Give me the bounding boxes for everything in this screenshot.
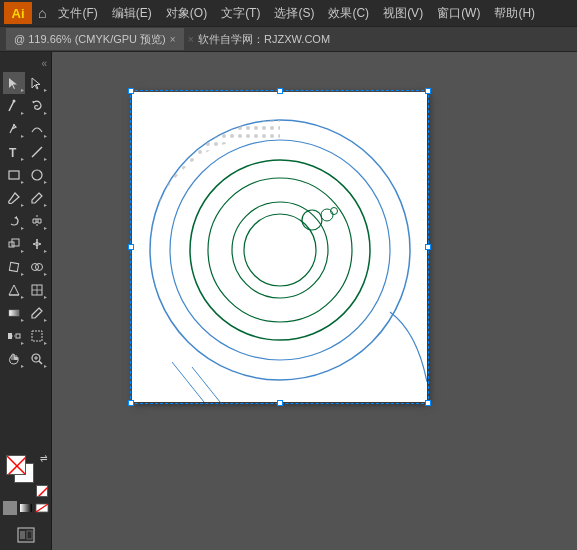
svg-rect-5 xyxy=(9,171,19,179)
main-area: « ▸ ▸ ▸ ▸ xyxy=(0,52,577,550)
magic-wand-tool[interactable]: ▸ xyxy=(3,95,25,117)
tab-url: 软件自学网：RJZXW.COM xyxy=(198,32,330,47)
svg-line-0 xyxy=(9,101,14,111)
type-tool[interactable]: T ▸ xyxy=(3,141,25,163)
toolbar-collapse[interactable]: « xyxy=(0,56,51,71)
tool-arrow: ▸ xyxy=(44,155,47,162)
menu-object[interactable]: 对象(O) xyxy=(160,3,213,24)
tool-row-perspective: ▸ ▸ xyxy=(0,279,51,301)
svg-rect-20 xyxy=(16,334,20,338)
tool-arrow: ▸ xyxy=(44,270,47,277)
pen-tool[interactable]: ▸ xyxy=(3,118,25,140)
no-color-button[interactable] xyxy=(35,501,49,515)
tab-title: @ 119.66% (CMYK/GPU 预览) xyxy=(14,32,166,47)
tool-arrow: ▸ xyxy=(44,339,47,346)
menu-window[interactable]: 窗口(W) xyxy=(431,3,486,24)
tool-row-freetransform: ▸ ▸ xyxy=(0,256,51,278)
tool-arrow: ▸ xyxy=(44,224,47,231)
svg-rect-19 xyxy=(8,333,12,339)
collapse-icon[interactable]: « xyxy=(41,58,47,69)
svg-line-45 xyxy=(172,362,212,402)
select-tool[interactable]: ▸ xyxy=(3,72,25,94)
tool-arrow: ▸ xyxy=(21,339,24,346)
brush-tool[interactable]: ▸ xyxy=(3,187,25,209)
tool-row-transform: ▸ ▸ xyxy=(0,210,51,232)
active-tab[interactable]: @ 119.66% (CMYK/GPU 预览) × xyxy=(6,28,184,50)
color-section: ⇌ xyxy=(0,449,51,519)
blend-tool[interactable]: ▸ xyxy=(3,325,25,347)
tool-arrow: ▸ xyxy=(21,201,24,208)
menu-select[interactable]: 选择(S) xyxy=(268,3,320,24)
tool-arrow: ▸ xyxy=(44,86,47,93)
rect-tool[interactable]: ▸ xyxy=(3,164,25,186)
lasso-tool[interactable]: ▸ xyxy=(26,95,48,117)
menu-edit[interactable]: 编辑(E) xyxy=(106,3,158,24)
color-modes-row xyxy=(3,501,49,515)
color-swatches-area: ⇌ xyxy=(4,453,48,497)
fill-swatch[interactable] xyxy=(6,455,26,475)
tab-separator: × xyxy=(188,33,194,45)
tool-row-blend: ▸ ▸ xyxy=(0,325,51,347)
svg-rect-29 xyxy=(20,504,32,512)
menu-help[interactable]: 帮助(H) xyxy=(488,3,541,24)
tab-close-button[interactable]: × xyxy=(170,34,176,45)
tool-row-gradient: ▸ ▸ xyxy=(0,302,51,324)
svg-point-41 xyxy=(244,214,316,286)
svg-rect-18 xyxy=(9,310,19,316)
svg-point-6 xyxy=(32,170,42,180)
zoom-tool[interactable]: ▸ xyxy=(26,348,48,370)
menu-file[interactable]: 文件(F) xyxy=(52,3,103,24)
tool-arrow: ▸ xyxy=(21,270,24,277)
tool-arrow: ▸ xyxy=(21,86,24,93)
curvature-tool[interactable]: ▸ xyxy=(26,118,48,140)
tool-arrow: ▸ xyxy=(44,178,47,185)
gradient-tool[interactable]: ▸ xyxy=(3,302,25,324)
line-tool[interactable]: ▸ xyxy=(26,141,48,163)
tool-arrow: ▸ xyxy=(21,224,24,231)
canvas-area[interactable] xyxy=(52,52,577,550)
scale-tool[interactable]: ▸ xyxy=(3,233,25,255)
rotate-tool[interactable]: ▸ xyxy=(3,210,25,232)
menu-view[interactable]: 视图(V) xyxy=(377,3,429,24)
svg-rect-33 xyxy=(20,531,25,539)
free-transform-tool[interactable]: ▸ xyxy=(3,256,25,278)
tab-bar: @ 119.66% (CMYK/GPU 预览) × × 软件自学网：RJZXW.… xyxy=(0,26,577,52)
svg-point-42 xyxy=(302,210,322,230)
tool-arrow: ▸ xyxy=(21,316,24,323)
home-icon[interactable]: ⌂ xyxy=(38,5,46,21)
svg-line-23 xyxy=(39,361,42,364)
tool-arrow: ▸ xyxy=(44,201,47,208)
swap-colors-button[interactable]: ⇌ xyxy=(40,453,48,463)
tool-arrow: ▸ xyxy=(44,247,47,254)
tool-arrow: ▸ xyxy=(44,293,47,300)
svg-rect-34 xyxy=(27,531,32,539)
change-screen-mode-button[interactable] xyxy=(15,524,37,546)
pencil-tool[interactable]: ▸ xyxy=(26,187,48,209)
svg-rect-11 xyxy=(9,262,18,271)
left-toolbar: « ▸ ▸ ▸ ▸ xyxy=(0,52,52,550)
solid-color-button[interactable] xyxy=(3,501,17,515)
menu-type[interactable]: 文字(T) xyxy=(215,3,266,24)
none-color-button[interactable] xyxy=(36,485,48,497)
svg-line-46 xyxy=(192,367,232,402)
eyedropper-tool[interactable]: ▸ xyxy=(26,302,48,324)
reflect-tool[interactable]: ▸ xyxy=(26,210,48,232)
tool-arrow: ▸ xyxy=(21,362,24,369)
artboard-tool[interactable]: ▸ xyxy=(26,325,48,347)
tool-row-wand: ▸ ▸ xyxy=(0,95,51,117)
svg-point-40 xyxy=(232,202,328,298)
direct-select-tool[interactable]: ▸ xyxy=(26,72,48,94)
svg-point-38 xyxy=(190,160,370,340)
perspective-grid-tool[interactable]: ▸ xyxy=(3,279,25,301)
canvas-surface[interactable] xyxy=(132,92,427,402)
tool-row-shape: ▸ ▸ xyxy=(0,164,51,186)
svg-point-37 xyxy=(170,140,390,360)
hand-tool[interactable]: ▸ xyxy=(3,348,25,370)
width-tool[interactable]: ▸ xyxy=(26,233,48,255)
mesh-tool[interactable]: ▸ xyxy=(26,279,48,301)
menu-effect[interactable]: 效果(C) xyxy=(322,3,375,24)
ellipse-tool[interactable]: ▸ xyxy=(26,164,48,186)
tool-row-scale: ▸ ▸ xyxy=(0,233,51,255)
shape-builder-tool[interactable]: ▸ xyxy=(26,256,48,278)
gradient-color-button[interactable] xyxy=(19,501,33,515)
